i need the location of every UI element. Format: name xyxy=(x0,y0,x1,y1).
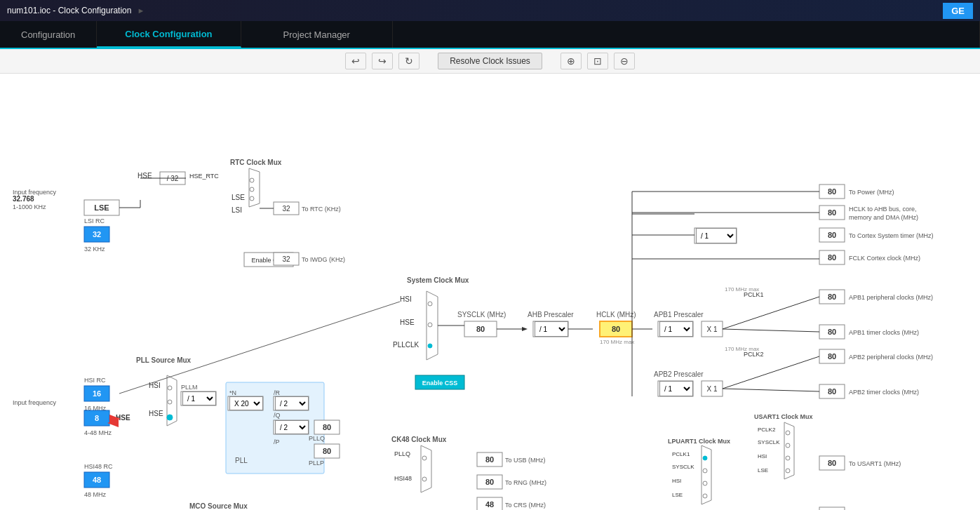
svg-text:To IWDG (KHz): To IWDG (KHz) xyxy=(302,256,345,263)
svg-point-48 xyxy=(428,323,432,327)
svg-text:To USART1 (MHz): To USART1 (MHz) xyxy=(849,460,901,467)
svg-point-171 xyxy=(786,431,790,435)
svg-text:SYSCLK: SYSCLK xyxy=(758,439,780,445)
svg-text:32: 32 xyxy=(93,230,101,239)
svg-point-186 xyxy=(703,481,707,485)
svg-text:To Power (MHz): To Power (MHz) xyxy=(849,189,894,196)
svg-text:PLL Source Mux: PLL Source Mux xyxy=(136,356,192,364)
svg-text:4-48 MHz: 4-48 MHz xyxy=(84,429,112,436)
svg-text:LSE: LSE xyxy=(758,467,768,474)
top-bar-arrow: ► xyxy=(137,6,145,15)
svg-text:APB2 timer clocks (MHz): APB2 timer clocks (MHz) xyxy=(849,389,919,396)
pll-n-select[interactable]: X 20X 8X 10 xyxy=(229,396,263,410)
svg-point-187 xyxy=(703,494,707,498)
svg-text:80: 80 xyxy=(828,293,836,301)
svg-text:170 MHz max: 170 MHz max xyxy=(600,339,634,345)
svg-text:HCLK (MHz): HCLK (MHz) xyxy=(596,311,636,318)
svg-point-108 xyxy=(168,386,172,390)
svg-text:HSE: HSE xyxy=(116,414,130,422)
svg-text:APB2 peripheral clocks (MHz): APB2 peripheral clocks (MHz) xyxy=(849,354,933,361)
apb1-prescaler-select[interactable]: / 1/ 2/ 4 xyxy=(659,321,693,337)
tab-configuration[interactable]: Configuration xyxy=(0,21,97,48)
svg-point-29 xyxy=(250,178,254,182)
svg-point-184 xyxy=(703,456,707,460)
top-bar-title: num101.ioc - Clock Configuration xyxy=(7,6,131,15)
svg-text:HSI48 RC: HSI48 RC xyxy=(84,463,113,470)
svg-text:80: 80 xyxy=(485,478,494,486)
zoom-out-button[interactable]: ⊖ xyxy=(614,53,635,69)
svg-point-136 xyxy=(422,456,427,460)
svg-text:PLLM: PLLM xyxy=(181,384,198,391)
svg-text:32: 32 xyxy=(282,255,290,263)
svg-text:80: 80 xyxy=(828,387,836,396)
svg-text:Input frequency: Input frequency xyxy=(13,399,57,406)
svg-text:/P: /P xyxy=(274,438,280,445)
ahb-prescaler-select[interactable]: / 1/ 2/ 4 xyxy=(535,321,568,337)
svg-text:memory and DMA (MHz): memory and DMA (MHz) xyxy=(849,214,918,221)
pll-q-select[interactable]: / 2/ 4/ 6 xyxy=(275,420,309,434)
tab-clock[interactable]: Clock Configuration xyxy=(97,21,241,48)
undo-button[interactable]: ↩ xyxy=(345,53,366,69)
svg-text:32: 32 xyxy=(282,205,290,213)
svg-text:80: 80 xyxy=(828,187,836,196)
svg-text:/Q: /Q xyxy=(274,412,281,419)
svg-text:HSI: HSI xyxy=(400,295,412,303)
svg-text:HSI: HSI xyxy=(672,478,681,484)
svg-text:48 MHz: 48 MHz xyxy=(84,491,107,498)
redo-button[interactable]: ↪ xyxy=(372,53,393,69)
svg-text:80: 80 xyxy=(828,253,836,262)
zoom-in-button[interactable]: ⊕ xyxy=(561,53,582,69)
refresh-button[interactable]: ↻ xyxy=(398,53,419,69)
svg-text:32 KHz: 32 KHz xyxy=(84,246,105,253)
svg-text:PCLK2: PCLK2 xyxy=(758,427,776,433)
svg-text:HSI48: HSI48 xyxy=(394,475,412,482)
tab-bar: Configuration Clock Configuration Projec… xyxy=(0,21,980,49)
svg-text:PLLQ: PLLQ xyxy=(309,435,325,442)
svg-text:To RNG (MHz): To RNG (MHz) xyxy=(505,479,546,486)
svg-text:APB1 Prescaler: APB1 Prescaler xyxy=(654,311,704,318)
tab-project[interactable]: Project Manager xyxy=(241,21,393,48)
zoom-fit-button[interactable]: ⊡ xyxy=(587,53,608,69)
svg-text:80: 80 xyxy=(476,325,485,333)
svg-text:80: 80 xyxy=(828,231,836,239)
svg-text:32.768: 32.768 xyxy=(13,195,34,203)
pll-r-select[interactable]: / 2/ 4/ 6 xyxy=(275,396,309,410)
svg-text:PLLP: PLLP xyxy=(309,459,324,467)
pllm-select[interactable]: / 1/ 2/ 4 xyxy=(182,391,216,405)
svg-point-173 xyxy=(786,456,790,460)
svg-text:APB1 peripheral clocks (MHz): APB1 peripheral clocks (MHz) xyxy=(849,294,933,301)
diagram-area: Input frequency 32.768 1-1000 KHz LSE LS… xyxy=(0,74,980,510)
svg-text:Enable CSS: Enable CSS xyxy=(422,380,458,387)
svg-text:1-1000 KHz: 1-1000 KHz xyxy=(13,203,46,210)
svg-text:To RTC (KHz): To RTC (KHz) xyxy=(302,206,341,213)
svg-text:To CRS (MHz): To CRS (MHz) xyxy=(505,502,546,509)
svg-text:HSE: HSE xyxy=(400,318,415,326)
svg-point-185 xyxy=(703,469,707,473)
svg-point-47 xyxy=(428,302,432,306)
svg-text:LPUART1 Clock Mux: LPUART1 Clock Mux xyxy=(668,438,730,445)
svg-text:RTC Clock Mux: RTC Clock Mux xyxy=(230,159,282,166)
svg-text:8: 8 xyxy=(95,414,99,422)
cortex-div-select[interactable]: / 1/ 8 xyxy=(696,228,737,243)
svg-text:LSI RC: LSI RC xyxy=(84,217,105,224)
resolve-clock-button[interactable]: Resolve Clock Issues xyxy=(438,53,542,69)
ge-button[interactable]: GE xyxy=(943,3,973,19)
svg-text:SYSCLK (MHz): SYSCLK (MHz) xyxy=(457,311,506,318)
tab-extra[interactable] xyxy=(393,21,980,48)
svg-text:SYSCLK: SYSCLK xyxy=(672,464,694,470)
svg-point-31 xyxy=(250,196,254,201)
svg-text:48: 48 xyxy=(485,500,494,509)
svg-text:MCO Source Mux: MCO Source Mux xyxy=(189,502,248,510)
svg-point-172 xyxy=(786,443,790,448)
svg-text:AHB Prescaler: AHB Prescaler xyxy=(528,311,574,318)
svg-text:X 1: X 1 xyxy=(706,385,717,393)
svg-text:PLL: PLL xyxy=(235,457,248,464)
apb2-prescaler-select[interactable]: / 1/ 2/ 4 xyxy=(659,381,693,396)
toolbar: ↩ ↪ ↻ Resolve Clock Issues ⊕ ⊡ ⊖ xyxy=(0,49,980,74)
svg-text:*N: *N xyxy=(229,389,236,396)
svg-text:HSE: HSE xyxy=(149,410,163,417)
svg-text:APB2 Prescaler: APB2 Prescaler xyxy=(654,370,704,378)
svg-text:80: 80 xyxy=(323,447,331,455)
svg-text:HSI RC: HSI RC xyxy=(84,377,106,384)
svg-text:/R: /R xyxy=(274,389,281,396)
